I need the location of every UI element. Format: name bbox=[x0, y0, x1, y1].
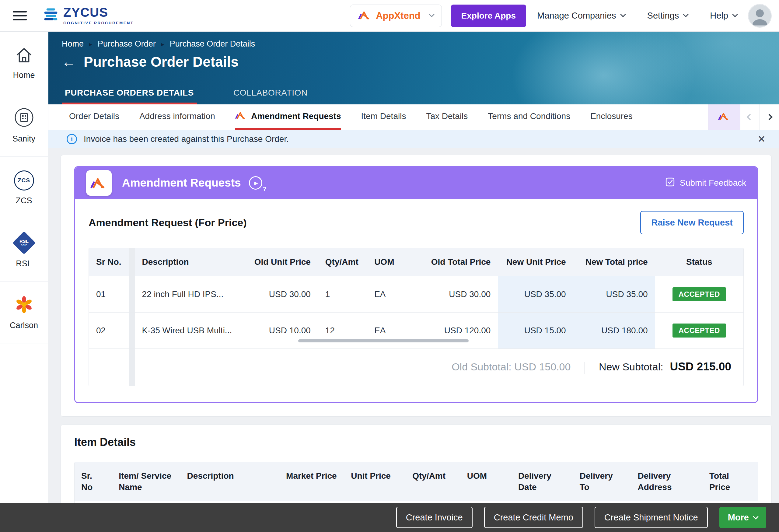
close-icon[interactable]: ✕ bbox=[755, 133, 768, 145]
amendment-section-title: Amendment Request (For Price) bbox=[88, 217, 247, 229]
breadcrumb-home[interactable]: Home bbox=[62, 39, 84, 49]
new-subtotal-label: New Subtotal: bbox=[599, 361, 663, 372]
col-delivery-date: Delivery Date bbox=[512, 462, 573, 501]
col-sr-no: Sr No. bbox=[89, 248, 129, 276]
col-uom: UOM bbox=[367, 248, 416, 276]
table-row: 01 22 inch Full HD IPS... USD 30.00 1 EA… bbox=[89, 276, 743, 312]
brand-tagline: COGNITIVE PROCUREMENT bbox=[63, 21, 134, 25]
tab-order-details[interactable]: Order Details bbox=[69, 104, 119, 130]
frozen-column-divider bbox=[129, 248, 134, 276]
tabs-scroll-right-button[interactable] bbox=[760, 104, 779, 130]
create-credit-memo-button[interactable]: Create Credit Memo bbox=[484, 507, 583, 528]
divider bbox=[699, 9, 699, 23]
frozen-column-divider bbox=[129, 349, 134, 386]
sidebar-item-home[interactable]: Home bbox=[0, 32, 48, 94]
appxtend-logo-icon bbox=[235, 111, 247, 121]
breadcrumb-arrow-icon: ▸ bbox=[161, 41, 164, 48]
col-new-total-price: New Total price bbox=[573, 248, 655, 276]
subtotal-row: Old Subtotal: USD 150.00 New Subtotal: U… bbox=[89, 349, 743, 386]
user-avatar[interactable] bbox=[748, 4, 772, 28]
col-old-total-price: Old Total Price bbox=[416, 248, 498, 276]
manage-companies-label: Manage Companies bbox=[537, 11, 616, 21]
zcs-icon: ZCS bbox=[14, 170, 34, 190]
chevron-down-icon bbox=[732, 11, 738, 17]
appxtend-button[interactable]: AppXtend bbox=[350, 5, 441, 27]
home-icon bbox=[15, 46, 34, 65]
raise-new-request-button[interactable]: Raise New Request bbox=[640, 211, 744, 234]
col-old-unit-price: Old Unit Price bbox=[243, 248, 318, 276]
col-qty-amt: Qty/Amt bbox=[318, 248, 367, 276]
info-banner: i Invoice has been created against this … bbox=[48, 130, 779, 148]
sidebar: Home Sanity ZCS ZCS RSL care RSL bbox=[0, 32, 48, 532]
table-header-row: Sr No. Description Old Unit Price Qty/Am… bbox=[89, 248, 743, 276]
detail-tabs: Order Details Address information Amendm… bbox=[48, 104, 779, 130]
table-header-row: Sr. No Item/ Service Name Description Ma… bbox=[74, 462, 758, 501]
tab-collaboration[interactable]: COLLABORATION bbox=[230, 88, 311, 104]
appxtend-logo-icon bbox=[718, 113, 730, 121]
appxtend-logo-icon bbox=[86, 170, 112, 196]
create-invoice-button[interactable]: Create Invoice bbox=[396, 507, 473, 528]
col-unit-price: Unit Price bbox=[344, 462, 406, 501]
chevron-down-icon bbox=[429, 11, 434, 17]
appxtend-label: AppXtend bbox=[376, 10, 420, 21]
tab-address-information[interactable]: Address information bbox=[139, 104, 215, 130]
sidebar-item-rsl[interactable]: RSL care RSL bbox=[0, 219, 48, 282]
col-sr-no: Sr. No bbox=[74, 462, 112, 501]
frozen-column-divider bbox=[129, 276, 134, 312]
frozen-column-divider bbox=[129, 312, 134, 349]
help-menu[interactable]: Help bbox=[708, 11, 739, 21]
breadcrumb: Home ▸ Purchase Order ▸ Purchase Order D… bbox=[62, 39, 779, 49]
tab-enclosures[interactable]: Enclosures bbox=[590, 104, 633, 130]
play-help-icon[interactable]: ▶ ? bbox=[249, 176, 262, 190]
breadcrumb-purchase-order-details[interactable]: Purchase Order Details bbox=[170, 39, 255, 49]
chevron-down-icon bbox=[683, 11, 688, 17]
action-bar: Create Invoice Create Credit Memo Create… bbox=[0, 503, 779, 532]
sidebar-item-sanity[interactable]: Sanity bbox=[0, 94, 48, 157]
breadcrumb-purchase-order[interactable]: Purchase Order bbox=[98, 39, 156, 49]
explore-apps-button[interactable]: Explore Apps bbox=[451, 5, 526, 27]
old-subtotal: Old Subtotal: USD 150.00 bbox=[452, 361, 571, 372]
chevron-down-icon bbox=[620, 11, 625, 17]
tabs-scroll-left-button[interactable] bbox=[740, 104, 760, 130]
divider bbox=[585, 362, 585, 374]
settings-menu[interactable]: Settings bbox=[645, 11, 690, 21]
chevron-right-icon bbox=[766, 114, 773, 120]
col-market-price: Market Price bbox=[279, 462, 344, 501]
main-content: Home ▸ Purchase Order ▸ Purchase Order D… bbox=[48, 32, 779, 532]
submit-feedback-button[interactable]: Submit Feedback bbox=[665, 177, 746, 189]
amendment-card: Amendment Requests ▶ ? Submit Feedback bbox=[61, 155, 772, 417]
sidebar-item-label: RSL bbox=[16, 259, 32, 269]
tab-amendment-requests[interactable]: Amendment Requests bbox=[235, 104, 341, 130]
sidebar-item-label: Sanity bbox=[12, 134, 35, 144]
col-uom: UOM bbox=[461, 462, 512, 501]
appxtend-tab[interactable] bbox=[708, 104, 740, 130]
col-qty-amt: Qty/Amt bbox=[406, 462, 461, 501]
tab-terms-and-conditions[interactable]: Terms and Conditions bbox=[488, 104, 570, 130]
top-header: ZYCUS COGNITIVE PROCUREMENT AppXtend Exp… bbox=[0, 0, 779, 32]
breadcrumb-arrow-icon: ▸ bbox=[89, 41, 92, 48]
content-area: Amendment Requests ▶ ? Submit Feedback bbox=[48, 148, 779, 532]
item-details-title: Item Details bbox=[74, 436, 758, 449]
back-arrow-icon[interactable]: ← bbox=[62, 55, 76, 69]
more-button[interactable]: More bbox=[719, 507, 766, 528]
manage-companies-menu[interactable]: Manage Companies bbox=[535, 11, 627, 21]
col-item-service-name: Item/ Service Name bbox=[112, 462, 180, 501]
horizontal-scrollbar[interactable] bbox=[298, 339, 468, 342]
col-description: Description bbox=[180, 462, 279, 501]
sidebar-item-label: ZCS bbox=[16, 196, 32, 205]
tab-item-details[interactable]: Item Details bbox=[361, 104, 406, 130]
sidebar-item-label: Home bbox=[13, 71, 35, 80]
info-banner-text: Invoice has been created against this Pu… bbox=[84, 134, 289, 144]
hero-tabs: PURCHASE ORDERS DETAILS COLLABORATION bbox=[62, 88, 344, 104]
feedback-icon bbox=[665, 177, 675, 189]
sidebar-item-carlson[interactable]: Carlson bbox=[0, 282, 48, 344]
amendment-widget-header: Amendment Requests ▶ ? Submit Feedback bbox=[75, 167, 757, 199]
amendment-panel-title: Amendment Requests bbox=[122, 177, 241, 189]
col-delivery-to: Delivery To bbox=[573, 462, 631, 501]
sidebar-item-zcs[interactable]: ZCS ZCS bbox=[0, 157, 48, 219]
create-shipment-notice-button[interactable]: Create Shipment Notice bbox=[595, 507, 708, 528]
amendment-table: Sr No. Description Old Unit Price Qty/Am… bbox=[88, 248, 744, 386]
tab-purchase-orders-details[interactable]: PURCHASE ORDERS DETAILS bbox=[62, 88, 197, 104]
tab-tax-details[interactable]: Tax Details bbox=[426, 104, 468, 130]
menu-icon[interactable] bbox=[13, 8, 27, 23]
